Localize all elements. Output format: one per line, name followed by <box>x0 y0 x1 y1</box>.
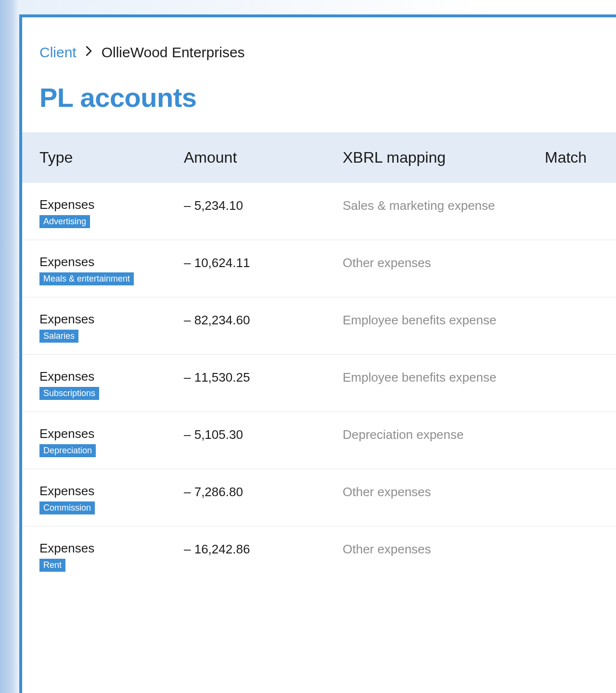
breadcrumb-current: OllieWood Enterprises <box>102 44 245 61</box>
type-cell: Expenses Advertising <box>39 197 184 228</box>
category-tag: Commission <box>39 501 95 514</box>
table-row[interactable]: Expenses Depreciation – 5,105.30 Depreci… <box>22 412 616 469</box>
amount-cell: – 7,286.80 <box>184 484 343 500</box>
type-label: Expenses <box>39 541 184 556</box>
mapping-cell: Other expenses <box>343 255 545 270</box>
mapping-cell: Employee benefits expense <box>343 312 545 328</box>
type-label: Expenses <box>39 369 184 384</box>
category-tag: Advertising <box>39 215 90 228</box>
mapping-cell: Other expenses <box>343 541 545 557</box>
type-label: Expenses <box>39 426 184 441</box>
mapping-cell: Sales & marketing expense <box>343 197 545 213</box>
table-row[interactable]: Expenses Salaries – 82,234.60 Employee b… <box>22 297 616 355</box>
type-cell: Expenses Meals & entertainment <box>39 255 184 285</box>
col-amount: Amount <box>184 149 343 167</box>
table-header: Type Amount XBRL mapping Match <box>22 132 616 183</box>
category-tag: Salaries <box>39 330 78 343</box>
table-row[interactable]: Expenses Subscriptions – 11,530.25 Emplo… <box>22 355 616 412</box>
table-body: Expenses Advertising – 5,234.10 Sales & … <box>22 183 616 583</box>
amount-cell: – 5,234.10 <box>184 197 343 213</box>
type-cell: Expenses Subscriptions <box>39 369 184 400</box>
breadcrumb: Client OllieWood Enterprises <box>39 44 616 61</box>
type-label: Expenses <box>39 255 184 270</box>
type-label: Expenses <box>39 312 184 327</box>
chevron-right-icon <box>85 45 93 60</box>
table-row[interactable]: Expenses Advertising – 5,234.10 Sales & … <box>22 183 616 240</box>
page-title: PL accounts <box>39 82 616 113</box>
type-cell: Expenses Salaries <box>39 312 184 343</box>
amount-cell: – 11,530.25 <box>184 369 343 385</box>
content-area: Client OllieWood Enterprises PL accounts… <box>22 17 616 583</box>
col-match: Match <box>545 149 616 167</box>
mapping-cell: Depreciation expense <box>343 426 545 442</box>
app-frame: Client OllieWood Enterprises PL accounts… <box>19 14 616 693</box>
type-cell: Expenses Depreciation <box>39 426 184 457</box>
category-tag: Subscriptions <box>39 387 99 400</box>
type-label: Expenses <box>39 197 184 212</box>
amount-cell: – 5,105.30 <box>184 426 343 442</box>
amount-cell: – 16,242.86 <box>184 541 343 557</box>
mapping-cell: Other expenses <box>343 484 545 500</box>
type-cell: Expenses Commission <box>39 484 184 514</box>
mapping-cell: Employee benefits expense <box>343 369 545 385</box>
table-row[interactable]: Expenses Meals & entertainment – 10,624.… <box>22 240 616 297</box>
table-row[interactable]: Expenses Rent – 16,242.86 Other expenses <box>22 526 616 583</box>
amount-cell: – 82,234.60 <box>184 312 343 328</box>
amount-cell: – 10,624.11 <box>184 255 343 270</box>
table-row[interactable]: Expenses Commission – 7,286.80 Other exp… <box>22 469 616 526</box>
col-type: Type <box>39 149 184 167</box>
category-tag: Rent <box>39 559 65 572</box>
breadcrumb-root-link[interactable]: Client <box>39 44 77 61</box>
category-tag: Meals & entertainment <box>39 272 134 285</box>
category-tag: Depreciation <box>39 444 96 457</box>
type-label: Expenses <box>39 484 184 499</box>
type-cell: Expenses Rent <box>39 541 184 572</box>
col-mapping: XBRL mapping <box>343 149 545 167</box>
